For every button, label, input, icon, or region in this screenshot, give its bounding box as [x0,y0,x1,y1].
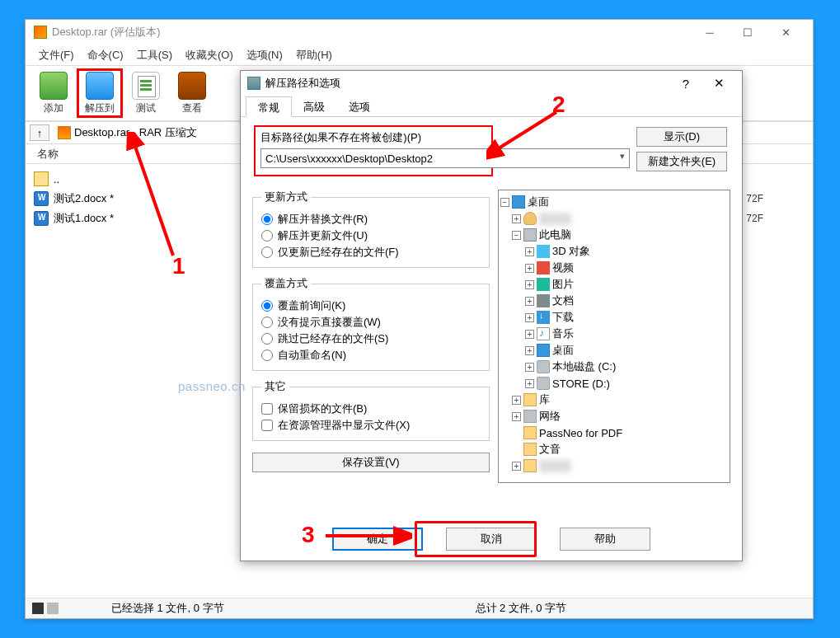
tree-item[interactable]: +xxxxxx [500,457,728,474]
winrar-icon [34,26,47,39]
overwrite-rename-radio[interactable]: 自动重命名(N) [261,347,481,364]
destination-path-input[interactable] [260,148,630,168]
toolbar-test-label: 测试 [136,101,156,115]
menu-options[interactable]: 选项(N) [240,45,289,65]
toolbar-extract-label: 解压到 [85,101,115,115]
tree-item[interactable]: +视频 [500,260,728,276]
dialog-close-button[interactable]: ✕ [702,73,735,94]
toolbar-test-button[interactable]: 测试 [123,68,169,118]
tab-advanced[interactable]: 高级 [291,96,337,116]
other-options-group: 其它 保留损坏的文件(B) 在资源管理器中显示文件(X) [252,379,490,441]
menu-file[interactable]: 文件(F) [32,45,81,65]
update-existing-radio[interactable]: 仅更新已经存在的文件(F) [261,244,481,260]
documents-icon [537,294,550,307]
tree-item[interactable]: 文音 [500,441,728,457]
toolbar-extract-button[interactable]: 解压到 [77,68,123,118]
annotation-highlight-ok [415,521,537,557]
menubar: 文件(F) 命令(C) 工具(S) 收藏夹(O) 选项(N) 帮助(H) [26,45,813,65]
path-up-button[interactable]: ↑ [30,124,49,141]
update-refresh-radio[interactable]: 解压并更新文件(U) [261,228,481,244]
menu-tools[interactable]: 工具(S) [130,45,179,65]
save-settings-button[interactable]: 保存设置(V) [252,453,490,472]
tree-user[interactable]: +xxxxxx [500,210,728,227]
update-replace-radio[interactable]: 解压并替换文件(R) [261,211,481,228]
dialog-help-button[interactable]: ? [669,73,702,94]
menu-command[interactable]: 命令(C) [81,45,130,65]
tree-libraries[interactable]: +库 [500,392,728,408]
toolbar-add-button[interactable]: 添加 [31,68,77,118]
show-button[interactable]: 显示(D) [636,127,727,147]
3d-icon [537,245,550,258]
dialog-icon [247,77,260,90]
overwrite-silent-radio[interactable]: 没有提示直接覆盖(W) [261,314,481,331]
annotation-3: 3 [302,522,315,548]
new-folder-button[interactable]: 新建文件夹(E) [636,152,727,171]
extract-dialog: 解压路径和选项 ? ✕ 常规 高级 选项 显示(D) 新建文件夹(E) 目标路径… [240,70,743,561]
docx-icon [34,211,49,226]
menu-favorites[interactable]: 收藏夹(O) [179,45,240,65]
statusbar: 已经选择 1 文件, 0 字节 总计 2 文件, 0 字节 [26,598,813,618]
toolbar-add-label: 添加 [44,101,63,115]
view-icon [178,72,206,100]
tree-item[interactable]: +下载 [500,309,728,326]
file-name: 测试1.docx * [54,211,114,226]
desktop-icon [512,195,525,209]
toolbar-view-button[interactable]: 查看 [169,68,215,118]
tree-item[interactable]: PassNeo for PDF [500,425,728,441]
dialog-titlebar: 解压路径和选项 ? ✕ [241,71,742,96]
tree-network[interactable]: +网络 [500,408,728,425]
tab-general[interactable]: 常规 [246,96,292,117]
toolbar-view-label: 查看 [182,101,202,115]
overwrite-skip-radio[interactable]: 跳过已经存在的文件(S) [261,331,481,347]
overwrite-mode-group: 覆盖方式 覆盖前询问(K) 没有提示直接覆盖(W) 跳过已经存在的文件(S) 自… [252,276,490,371]
archive-icon [58,126,71,139]
extract-icon [86,72,114,100]
update-legend: 更新方式 [261,190,311,204]
dialog-side-buttons: 显示(D) 新建文件夹(E) [636,127,727,171]
drive-icon [537,360,550,373]
menu-help[interactable]: 帮助(H) [289,45,339,65]
help-button[interactable]: 帮助 [560,528,650,551]
destination-path-section: 目标路径(如果不存在将被创建)(P) [254,125,493,176]
dialog-tabs: 常规 高级 选项 [241,96,742,117]
file-name: .. [54,173,59,185]
path-label: 目标路径(如果不存在将被创建)(P) [260,130,486,145]
tree-item[interactable]: +音乐 [500,326,728,342]
watermark: passneo.cn [178,379,246,393]
column-name[interactable]: 名称 [37,147,59,162]
dialog-right-panel: −桌面 +xxxxxx −此电脑 +3D 对象 +视频 +图片 +文档 +下载 … [498,190,730,483]
tree-thispc[interactable]: −此电脑 [500,227,728,243]
folder-tree[interactable]: −桌面 +xxxxxx −此电脑 +3D 对象 +视频 +图片 +文档 +下载 … [498,190,730,483]
overwrite-ask-radio[interactable]: 覆盖前询问(K) [261,298,481,314]
tree-item[interactable]: +图片 [500,276,728,293]
tree-desktop[interactable]: −桌面 [500,194,728,210]
tree-item[interactable]: +3D 对象 [500,243,728,260]
user-icon [523,212,537,225]
desktop-icon [537,344,550,357]
music-icon [537,327,550,340]
status-total: 总计 2 文件, 0 字节 [443,601,807,616]
archive-path-label: Desktop.rar - RAR 压缩文 [74,125,197,140]
network-icon [523,410,537,423]
tab-options[interactable]: 选项 [336,96,382,116]
window-title: Desktop.rar (评估版本) [52,25,691,40]
dialog-left-panel: 更新方式 解压并替换文件(R) 解压并更新文件(U) 仅更新已经存在的文件(F)… [252,190,490,483]
maximize-button[interactable]: ☐ [729,21,767,44]
folder-icon [523,459,537,472]
tree-item[interactable]: +文档 [500,293,728,309]
pc-icon [523,228,537,242]
keep-broken-checkbox[interactable]: 保留损坏的文件(B) [261,401,481,417]
add-icon [40,72,68,100]
tree-item[interactable]: +本地磁盘 (C:) [500,359,728,375]
pictures-icon [537,278,550,291]
minimize-button[interactable]: ─ [691,21,729,44]
tree-item[interactable]: +STORE (D:) [500,375,728,392]
show-in-explorer-checkbox[interactable]: 在资源管理器中显示文件(X) [261,417,481,434]
annotation-2: 2 [552,91,565,118]
folder-up-icon [34,171,49,186]
close-button[interactable]: ✕ [767,21,805,44]
tree-item[interactable]: +桌面 [500,342,728,359]
statusbar-icons [32,603,68,614]
ok-button[interactable]: 确定 [332,528,423,551]
video-icon [537,261,550,274]
